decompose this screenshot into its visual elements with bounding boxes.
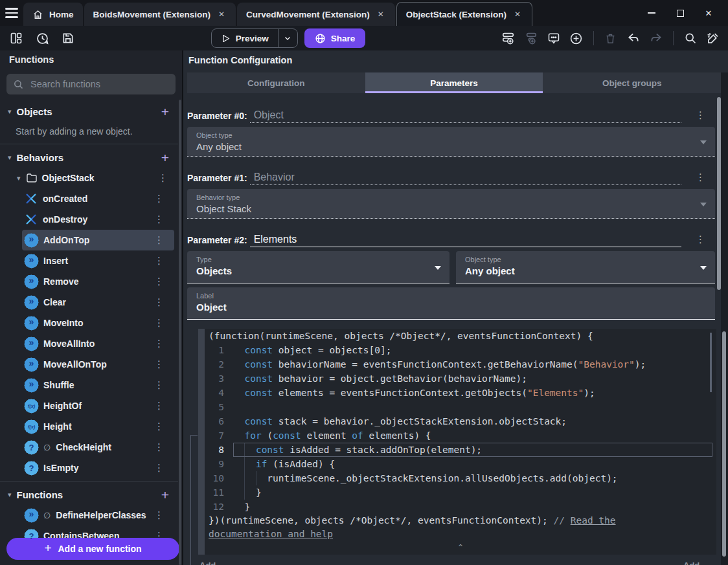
code-line-2[interactable]: 2const behaviorName = eventsFunctionCont…	[205, 357, 716, 371]
object-type-select[interactable]: Object type Any object	[187, 127, 715, 157]
sidebar-item-shuffle[interactable]: »Shuffle⋮	[22, 375, 174, 395]
code-line-7[interactable]: 7for (const element of elements) {	[205, 428, 716, 443]
add-object-icon[interactable]: +	[161, 105, 169, 118]
sidebar-item-heightof[interactable]: f(x)HeightOf⋮	[22, 395, 174, 416]
sidebar-item-clear[interactable]: »Clear⋮	[22, 292, 174, 313]
sidebar-item-checkheight[interactable]: ?∅CheckHeight⋮	[22, 437, 174, 458]
code-line-8[interactable]: 8const isAdded = stack.addOnTop(element)…	[205, 443, 716, 457]
parameter-name-input[interactable]: Object	[250, 109, 681, 123]
section-behaviors[interactable]: ▾ Behaviors +	[0, 147, 178, 168]
item-menu-icon[interactable]: ⋮	[154, 421, 164, 432]
sidebar-item-ondestroy[interactable]: onDestroy⋮	[22, 209, 174, 230]
item-menu-icon[interactable]: ⋮	[154, 462, 164, 474]
sidebar-item-remove[interactable]: »Remove⋮	[22, 271, 174, 292]
item-menu-icon[interactable]: ⋮	[154, 296, 164, 308]
parameter-menu-icon[interactable]: ⋮	[696, 234, 705, 247]
history-icon[interactable]	[34, 30, 51, 47]
preview-button-main[interactable]: Preview	[212, 29, 278, 47]
parameter-name-input[interactable]: Behavior	[250, 172, 681, 185]
save-icon[interactable]	[60, 30, 76, 47]
item-menu-icon[interactable]: ⋮	[154, 234, 164, 246]
code-editor-scrollbar[interactable]	[710, 333, 712, 392]
minimize-button[interactable]	[637, 0, 666, 26]
label-field[interactable]: Label Object	[187, 287, 715, 320]
sidebar-item-moveinto[interactable]: »MoveInto⋮	[22, 313, 174, 333]
add-sub-event-icon[interactable]	[523, 30, 540, 47]
code-line-6[interactable]: 6const stack = behavior._objectStackExte…	[205, 414, 716, 428]
item-menu-icon[interactable]: ⋮	[154, 359, 164, 370]
sidebar-item-insert[interactable]: »Insert⋮	[22, 250, 174, 271]
share-button[interactable]: Share	[304, 28, 366, 48]
item-menu-icon[interactable]: ⋮	[158, 172, 168, 184]
search-functions-box[interactable]	[6, 74, 176, 94]
sidebar-item-isempty[interactable]: ?IsEmpty⋮	[22, 458, 174, 478]
panel-layout-icon[interactable]	[8, 30, 25, 47]
parameter-name-input[interactable]: Elements	[250, 234, 681, 247]
sidebar-item-moveallontop[interactable]: »MoveAllOnTop⋮	[22, 354, 174, 375]
tab-boidsmovement[interactable]: BoidsMovement (Extension) ✕	[84, 3, 236, 26]
add-behavior-icon[interactable]: +	[161, 151, 169, 164]
item-menu-icon[interactable]: ⋮	[154, 509, 164, 521]
collapse-caret[interactable]: ^	[205, 543, 716, 552]
ai-pencil-icon[interactable]	[705, 30, 722, 47]
code-line-3[interactable]: 3const behavior = object.getBehavior(beh…	[205, 371, 716, 386]
close-tab-icon[interactable]: ✕	[216, 8, 227, 20]
search-functions-input[interactable]	[29, 78, 169, 90]
maximize-button[interactable]	[666, 0, 694, 26]
type-select[interactable]: Type Objects	[187, 251, 449, 283]
item-menu-icon[interactable]: ⋮	[154, 338, 164, 349]
chevron-down-icon[interactable]: ▾	[8, 153, 12, 162]
search-icon[interactable]	[682, 30, 699, 47]
code-line-5[interactable]: 5	[205, 400, 716, 414]
code-line-10[interactable]: 10runtimeScene._objectStackExtension.all…	[205, 471, 716, 485]
object-type-select-2[interactable]: Object type Any object	[456, 251, 715, 283]
item-menu-icon[interactable]: ⋮	[154, 255, 164, 267]
sidebar-scrollbar[interactable]	[179, 100, 181, 565]
tab-object-groups[interactable]: Object groups	[543, 72, 721, 93]
behavior-type-select[interactable]: Behavior type Object Stack	[187, 189, 715, 219]
sidebar-item-moveallinto[interactable]: »MoveAllInto⋮	[22, 333, 174, 354]
sidebar-item-height[interactable]: f(x)Height⋮	[22, 416, 174, 437]
event-gutter[interactable]	[198, 329, 205, 555]
code-line-12[interactable]: 12}	[205, 500, 716, 514]
preview-options-caret[interactable]	[278, 29, 297, 47]
item-menu-icon[interactable]: ⋮	[154, 400, 164, 412]
undo-icon[interactable]	[625, 30, 642, 47]
code-lines[interactable]: 1const object = objects[0];2const behavi…	[205, 343, 716, 514]
section-objects[interactable]: ▾ Objects +	[0, 101, 178, 122]
close-tab-icon[interactable]: ✕	[376, 8, 386, 20]
tab-curvedmovement[interactable]: CurvedMovement (Extension) ✕	[237, 3, 395, 26]
code-line-1[interactable]: 1const object = objects[0];	[205, 343, 716, 357]
add-event-icon[interactable]	[500, 30, 517, 47]
item-menu-icon[interactable]: ⋮	[154, 214, 164, 225]
comment-icon[interactable]	[545, 30, 562, 47]
code-line-11[interactable]: 11}	[205, 485, 716, 500]
sidebar-item-addontop[interactable]: »AddOnTop⋮	[22, 230, 174, 250]
folder-objectstack[interactable]: ▾ ObjectStack ⋮	[0, 168, 178, 188]
add-circle-icon[interactable]	[568, 30, 585, 47]
chevron-down-icon[interactable]: ▾	[8, 107, 12, 116]
sidebar-item-oncreated[interactable]: onCreated⋮	[22, 188, 174, 209]
item-menu-icon[interactable]: ⋮	[154, 193, 164, 205]
chevron-down-icon[interactable]: ▾	[8, 491, 12, 499]
close-tab-icon[interactable]: ✕	[512, 8, 523, 20]
tab-objectstack[interactable]: ObjectStack (Extension) ✕	[396, 2, 532, 26]
parameter-menu-icon[interactable]: ⋮	[696, 172, 705, 185]
add-free-function-icon[interactable]: +	[161, 488, 169, 502]
events-scrollbar[interactable]	[722, 331, 726, 557]
tab-configuration[interactable]: Configuration	[187, 72, 365, 93]
preview-button[interactable]: Preview	[211, 28, 298, 48]
javascript-code-editor[interactable]: (function(runtimeScene, objects /*Object…	[205, 329, 716, 555]
item-menu-icon[interactable]: ⋮	[154, 441, 164, 453]
chevron-down-icon[interactable]: ▾	[17, 174, 21, 183]
redo-icon[interactable]	[648, 30, 665, 47]
code-line-9[interactable]: 9if (isAdded) {	[205, 457, 716, 471]
item-menu-icon[interactable]: ⋮	[154, 276, 164, 287]
close-window-button[interactable]: ✕	[694, 0, 723, 26]
tab-parameters[interactable]: Parameters	[365, 72, 543, 93]
item-menu-icon[interactable]: ⋮	[154, 379, 164, 391]
section-functions[interactable]: ▾ Functions +	[0, 484, 178, 505]
trash-icon[interactable]	[602, 30, 619, 47]
code-line-4[interactable]: 4const elements = eventsFunctionContext.…	[205, 386, 716, 400]
tab-home[interactable]: Home	[23, 3, 83, 26]
